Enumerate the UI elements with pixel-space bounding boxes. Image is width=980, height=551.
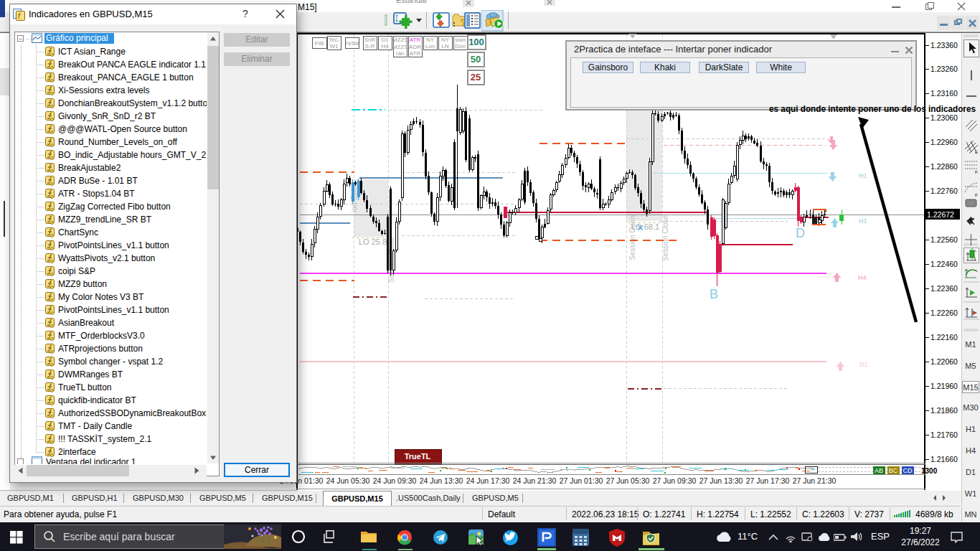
svg-text:es aqui donde intente poner un: es aqui donde intente poner uno de los i…	[769, 103, 976, 114]
